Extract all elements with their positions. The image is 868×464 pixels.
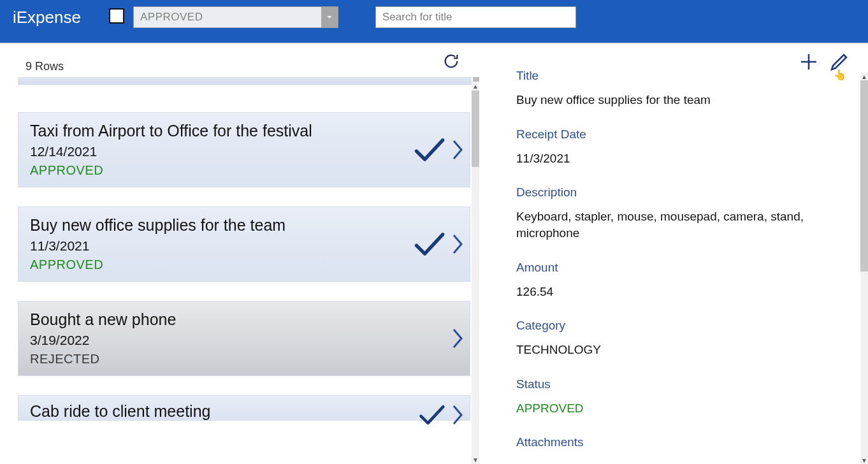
app-title: iExpense bbox=[13, 8, 81, 27]
row-title: Taxi from Airport to Office for the fest… bbox=[30, 122, 458, 140]
list-item[interactable]: Buy new office supplies for the team 11/… bbox=[18, 207, 470, 282]
scroll-up-icon[interactable]: ▲ bbox=[472, 82, 479, 91]
field-label-amount: Amount bbox=[516, 261, 853, 275]
row-title: Cab ride to client meeting bbox=[30, 402, 458, 421]
checkmark-icon bbox=[412, 133, 445, 166]
search-input[interactable] bbox=[375, 6, 576, 28]
field-value-category: TECHNOLOGY bbox=[516, 342, 853, 358]
scrollbar-thumb[interactable] bbox=[860, 80, 868, 272]
status-filter-value: APPROVED bbox=[134, 11, 203, 24]
chevron-right-icon[interactable] bbox=[452, 403, 463, 426]
field-label-description: Description bbox=[516, 185, 853, 199]
checkmark-icon bbox=[417, 401, 445, 429]
row-title: Buy new office supplies for the team bbox=[30, 216, 458, 235]
chevron-down-icon bbox=[321, 7, 338, 27]
row-status: APPROVED bbox=[30, 257, 458, 272]
row-date: 12/14/2021 bbox=[30, 144, 458, 159]
field-value-receipt-date: 11/3/2021 bbox=[516, 150, 853, 167]
field-value-status: APPROVED bbox=[516, 400, 853, 417]
row-date: 11/3/2021 bbox=[30, 238, 458, 254]
detail-scrollbar[interactable]: ▲ ▼ bbox=[860, 73, 868, 464]
list-scroll-area: Taxi from Airport to Office for the fest… bbox=[18, 91, 479, 464]
field-label-receipt-date: Receipt Date bbox=[516, 127, 853, 141]
field-value-title: Buy new office supplies for the team bbox=[516, 92, 853, 108]
chevron-right-icon[interactable] bbox=[452, 233, 463, 256]
field-value-amount: 126.54 bbox=[516, 284, 853, 300]
row-date: 3/19/2022 bbox=[30, 333, 458, 348]
list-item[interactable]: Taxi from Airport to Office for the fest… bbox=[18, 112, 470, 187]
refresh-button[interactable] bbox=[442, 52, 460, 73]
row-status: APPROVED bbox=[30, 163, 458, 178]
list-header-stripe bbox=[18, 77, 472, 85]
expense-detail-panel: 👆 Title Buy new office supplies for the … bbox=[479, 43, 868, 464]
expense-list-panel: 9 Rows Taxi from Airport to Office for t… bbox=[0, 43, 479, 464]
list-scrollbar[interactable]: ▲ ▼ bbox=[472, 82, 479, 464]
filter-checkbox[interactable] bbox=[109, 8, 124, 24]
row-count-label: 9 Rows bbox=[25, 60, 64, 73]
edit-button[interactable] bbox=[830, 52, 849, 71]
field-label-category: Category bbox=[516, 319, 853, 333]
add-button[interactable] bbox=[799, 52, 818, 71]
main-split: 9 Rows Taxi from Airport to Office for t… bbox=[0, 43, 868, 464]
list-item[interactable]: Cab ride to client meeting bbox=[18, 395, 470, 421]
list-item[interactable]: Bought a new phone 3/19/2022 REJECTED bbox=[18, 301, 470, 376]
field-label-status: Status bbox=[516, 377, 853, 391]
row-status: REJECTED bbox=[30, 352, 458, 366]
chevron-right-icon[interactable] bbox=[452, 138, 463, 161]
app-header: iExpense APPROVED bbox=[0, 0, 868, 43]
scroll-down-icon[interactable]: ▼ bbox=[472, 455, 479, 464]
scroll-up-icon[interactable]: ▲ bbox=[860, 73, 868, 80]
field-value-description: Keyboard, stapler, mouse, mousepad, came… bbox=[516, 208, 853, 241]
row-title: Bought a new phone bbox=[30, 310, 458, 329]
scroll-down-icon[interactable]: ▼ bbox=[860, 456, 868, 464]
field-label-attachments: Attachments bbox=[516, 435, 853, 449]
chevron-right-icon[interactable] bbox=[452, 327, 463, 350]
checkmark-icon bbox=[412, 228, 445, 261]
scrollbar-thumb[interactable] bbox=[472, 91, 479, 167]
status-filter-select[interactable]: APPROVED bbox=[133, 6, 338, 28]
